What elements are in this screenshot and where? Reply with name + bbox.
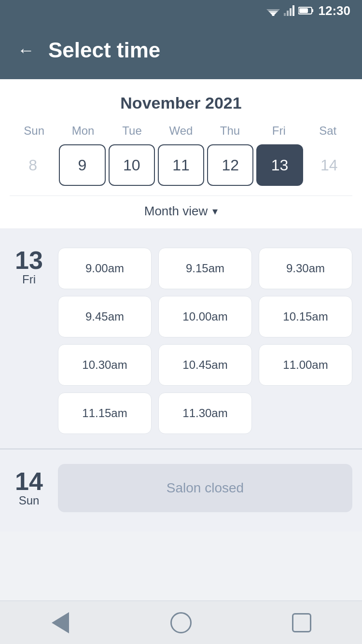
day-13-time-grid: 9.00am 9.15am 9.30am 9.45am 10.00am 10.1… xyxy=(58,248,352,434)
svg-rect-6 xyxy=(290,8,292,16)
weekday-fri: Fri xyxy=(254,124,303,138)
date-11[interactable]: 11 xyxy=(158,144,204,186)
day-13-number: 13 xyxy=(15,248,43,273)
weekday-thu: Thu xyxy=(206,124,254,138)
day-13-label: 13 Fri xyxy=(10,248,48,286)
weekday-wed: Wed xyxy=(156,124,205,138)
status-bar: 12:30 xyxy=(0,0,362,21)
svg-rect-4 xyxy=(284,13,286,16)
time-slot-1000[interactable]: 10.00am xyxy=(158,296,252,337)
time-slot-945[interactable]: 9.45am xyxy=(58,296,152,337)
nav-recents-button[interactable] xyxy=(282,603,321,642)
time-slot-1015[interactable]: 10.15am xyxy=(259,296,352,337)
day-13-block: 13 Fri 9.00am 9.15am 9.30am 9.45am 10.00… xyxy=(0,238,362,444)
chevron-down-icon: ▾ xyxy=(212,205,218,218)
calendar-section: November 2021 Sun Mon Tue Wed Thu Fri Sa… xyxy=(0,79,362,228)
time-slot-1115[interactable]: 11.15am xyxy=(58,392,152,434)
time-section: 13 Fri 9.00am 9.15am 9.30am 9.45am 10.00… xyxy=(0,228,362,532)
weekday-sun: Sun xyxy=(10,124,58,138)
day-14-label: 14 Sun xyxy=(10,469,48,507)
section-divider xyxy=(0,448,362,449)
page-title: Select time xyxy=(48,38,160,62)
time-slot-915[interactable]: 9.15am xyxy=(158,248,252,289)
svg-rect-9 xyxy=(312,9,313,12)
recents-nav-icon xyxy=(292,613,311,632)
time-slot-900[interactable]: 9.00am xyxy=(58,248,152,289)
time-slot-1100[interactable]: 11.00am xyxy=(259,344,352,386)
time-slot-1130[interactable]: 11.30am xyxy=(158,392,252,434)
status-icons xyxy=(266,5,314,16)
day-14-number: 14 xyxy=(15,469,43,494)
month-view-toggle[interactable]: Month view ▾ xyxy=(10,196,352,228)
day-14-name: Sun xyxy=(19,494,40,507)
back-button[interactable]: ← xyxy=(17,42,35,59)
day-14-block: 14 Sun Salon closed xyxy=(0,454,362,522)
time-slot-1030[interactable]: 10.30am xyxy=(58,344,152,386)
weekday-sat: Sat xyxy=(304,124,352,138)
home-nav-icon xyxy=(170,612,192,633)
nav-home-button[interactable] xyxy=(162,603,200,642)
back-nav-icon xyxy=(52,612,69,633)
salon-closed-label: Salon closed xyxy=(58,464,352,512)
date-9[interactable]: 9 xyxy=(59,144,105,186)
weekday-mon: Mon xyxy=(58,124,107,138)
date-12[interactable]: 12 xyxy=(207,144,253,186)
time-slot-1045[interactable]: 10.45am xyxy=(158,344,252,386)
dates-row: 8 9 10 11 12 13 14 xyxy=(10,144,352,196)
svg-rect-5 xyxy=(287,11,289,16)
date-10[interactable]: 10 xyxy=(109,144,155,186)
date-13[interactable]: 13 xyxy=(256,144,303,186)
month-year-label: November 2021 xyxy=(10,94,352,112)
day-13-name: Fri xyxy=(22,273,36,286)
weekday-row: Sun Mon Tue Wed Thu Fri Sat xyxy=(10,124,352,138)
signal-icon xyxy=(284,5,294,16)
app-header: ← Select time xyxy=(0,21,362,79)
nav-back-button[interactable] xyxy=(41,603,80,642)
month-view-label: Month view xyxy=(144,204,208,219)
battery-icon xyxy=(298,6,314,15)
wifi-icon xyxy=(266,5,280,16)
weekday-tue: Tue xyxy=(108,124,156,138)
date-8[interactable]: 8 xyxy=(10,144,56,186)
bottom-nav xyxy=(0,601,362,644)
svg-rect-7 xyxy=(292,5,294,16)
time-slot-930[interactable]: 9.30am xyxy=(259,248,352,289)
status-time: 12:30 xyxy=(319,3,351,18)
date-14[interactable]: 14 xyxy=(306,144,352,186)
svg-rect-10 xyxy=(299,8,308,13)
